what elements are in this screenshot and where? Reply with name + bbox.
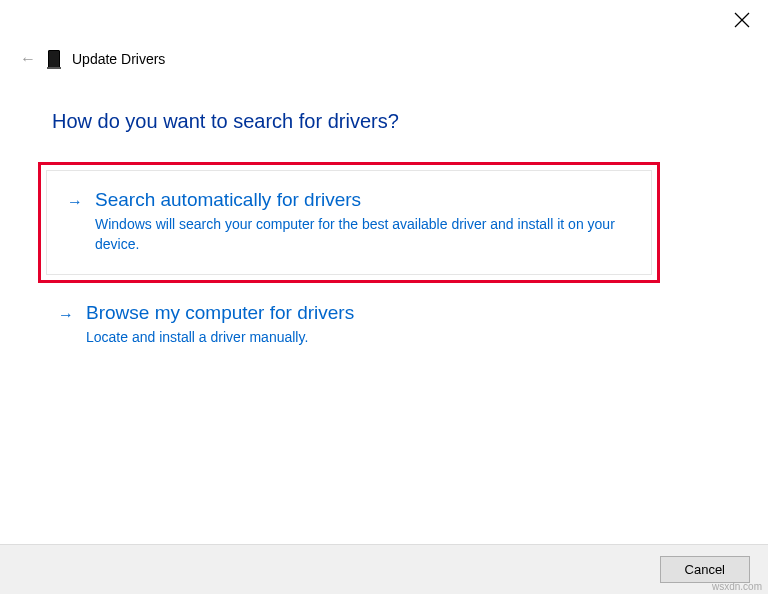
option-description: Locate and install a driver manually. — [86, 328, 640, 348]
options-list: → Search automatically for drivers Windo… — [38, 162, 660, 368]
watermark-text: wsxdn.com — [712, 581, 762, 592]
option-title: Search automatically for drivers — [95, 189, 631, 211]
back-arrow-icon[interactable]: ← — [20, 50, 36, 68]
dialog-header: ← Update Drivers — [20, 50, 165, 68]
arrow-right-icon: → — [58, 306, 74, 324]
option-search-automatically[interactable]: → Search automatically for drivers Windo… — [46, 170, 652, 275]
dialog-footer: Cancel — [0, 544, 768, 594]
question-heading: How do you want to search for drivers? — [52, 110, 399, 133]
cancel-button[interactable]: Cancel — [660, 556, 750, 583]
option-browse-computer[interactable]: → Browse my computer for drivers Locate … — [38, 298, 660, 368]
close-button[interactable] — [734, 12, 750, 28]
option-description: Windows will search your computer for th… — [95, 215, 631, 254]
update-drivers-dialog: ← Update Drivers How do you want to sear… — [0, 0, 768, 594]
option-title: Browse my computer for drivers — [86, 302, 640, 324]
device-icon — [48, 50, 60, 68]
arrow-right-icon: → — [67, 193, 83, 211]
dialog-title: Update Drivers — [72, 51, 165, 67]
close-icon — [734, 12, 750, 28]
highlight-annotation: → Search automatically for drivers Windo… — [38, 162, 660, 283]
